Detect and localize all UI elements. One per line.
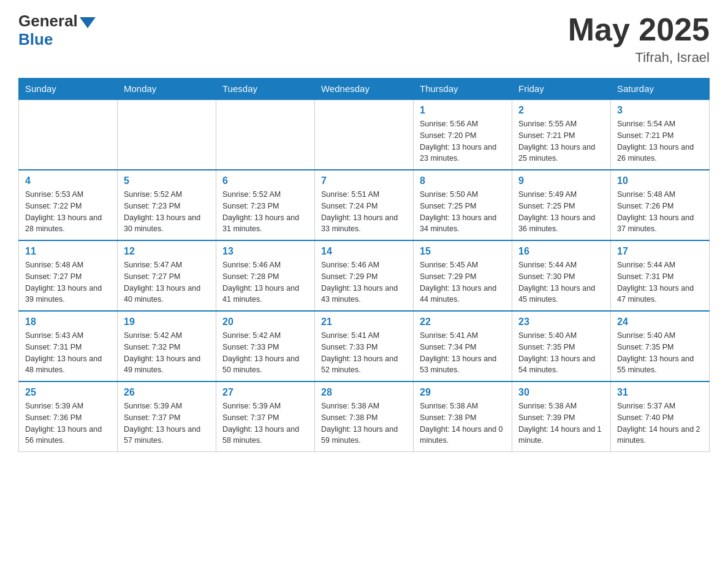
calendar-cell: 9Sunrise: 5:49 AM Sunset: 7:25 PM Daylig… bbox=[512, 170, 611, 240]
day-number: 28 bbox=[321, 387, 407, 398]
day-number: 10 bbox=[617, 175, 703, 186]
calendar-cell: 31Sunrise: 5:37 AM Sunset: 7:40 PM Dayli… bbox=[611, 381, 710, 452]
day-number: 1 bbox=[420, 105, 506, 116]
day-info: Sunrise: 5:52 AM Sunset: 7:23 PM Dayligh… bbox=[222, 189, 308, 235]
day-number: 31 bbox=[617, 387, 703, 398]
col-wednesday: Wednesday bbox=[315, 79, 414, 100]
day-info: Sunrise: 5:39 AM Sunset: 7:36 PM Dayligh… bbox=[25, 400, 111, 446]
col-monday: Monday bbox=[118, 79, 216, 100]
logo-general: General bbox=[18, 12, 78, 30]
day-number: 23 bbox=[518, 316, 604, 327]
day-number: 26 bbox=[124, 387, 210, 398]
day-number: 4 bbox=[25, 175, 111, 186]
calendar-cell bbox=[118, 99, 216, 170]
day-info: Sunrise: 5:39 AM Sunset: 7:37 PM Dayligh… bbox=[124, 400, 210, 446]
day-number: 22 bbox=[420, 316, 506, 327]
col-friday: Friday bbox=[512, 79, 611, 100]
day-info: Sunrise: 5:38 AM Sunset: 7:39 PM Dayligh… bbox=[518, 400, 604, 446]
calendar-cell: 11Sunrise: 5:48 AM Sunset: 7:27 PM Dayli… bbox=[19, 240, 118, 311]
calendar-cell: 23Sunrise: 5:40 AM Sunset: 7:35 PM Dayli… bbox=[512, 311, 611, 381]
calendar-cell: 15Sunrise: 5:45 AM Sunset: 7:29 PM Dayli… bbox=[414, 240, 512, 311]
calendar-cell: 1Sunrise: 5:56 AM Sunset: 7:20 PM Daylig… bbox=[414, 99, 512, 170]
calendar-cell: 14Sunrise: 5:46 AM Sunset: 7:29 PM Dayli… bbox=[315, 240, 414, 311]
day-info: Sunrise: 5:50 AM Sunset: 7:25 PM Dayligh… bbox=[420, 189, 506, 235]
day-number: 14 bbox=[321, 246, 407, 257]
day-info: Sunrise: 5:39 AM Sunset: 7:37 PM Dayligh… bbox=[222, 400, 308, 446]
page-header: General Blue May 2025 Tifrah, Israel bbox=[18, 12, 710, 66]
day-info: Sunrise: 5:53 AM Sunset: 7:22 PM Dayligh… bbox=[25, 189, 111, 235]
day-info: Sunrise: 5:42 AM Sunset: 7:33 PM Dayligh… bbox=[222, 330, 308, 376]
month-year-title: May 2025 bbox=[568, 12, 710, 47]
day-info: Sunrise: 5:55 AM Sunset: 7:21 PM Dayligh… bbox=[518, 118, 604, 164]
calendar-cell: 12Sunrise: 5:47 AM Sunset: 7:27 PM Dayli… bbox=[118, 240, 216, 311]
day-number: 27 bbox=[222, 387, 308, 398]
calendar-cell: 16Sunrise: 5:44 AM Sunset: 7:30 PM Dayli… bbox=[512, 240, 611, 311]
calendar-cell bbox=[216, 99, 315, 170]
week-row-4: 18Sunrise: 5:43 AM Sunset: 7:31 PM Dayli… bbox=[19, 311, 710, 381]
day-number: 13 bbox=[222, 246, 308, 257]
location-subtitle: Tifrah, Israel bbox=[568, 50, 710, 66]
calendar-cell: 27Sunrise: 5:39 AM Sunset: 7:37 PM Dayli… bbox=[216, 381, 315, 452]
calendar-cell: 2Sunrise: 5:55 AM Sunset: 7:21 PM Daylig… bbox=[512, 99, 611, 170]
day-number: 17 bbox=[617, 246, 703, 257]
day-number: 2 bbox=[518, 105, 604, 116]
week-row-3: 11Sunrise: 5:48 AM Sunset: 7:27 PM Dayli… bbox=[19, 240, 710, 311]
logo: General Blue bbox=[18, 12, 96, 49]
calendar-cell bbox=[315, 99, 414, 170]
day-number: 16 bbox=[518, 246, 604, 257]
calendar-table: Sunday Monday Tuesday Wednesday Thursday… bbox=[18, 78, 710, 452]
day-info: Sunrise: 5:46 AM Sunset: 7:29 PM Dayligh… bbox=[321, 259, 407, 305]
day-info: Sunrise: 5:52 AM Sunset: 7:23 PM Dayligh… bbox=[124, 189, 210, 235]
day-number: 7 bbox=[321, 175, 407, 186]
day-info: Sunrise: 5:41 AM Sunset: 7:33 PM Dayligh… bbox=[321, 330, 407, 376]
day-info: Sunrise: 5:51 AM Sunset: 7:24 PM Dayligh… bbox=[321, 189, 407, 235]
week-row-5: 25Sunrise: 5:39 AM Sunset: 7:36 PM Dayli… bbox=[19, 381, 710, 452]
calendar-cell: 28Sunrise: 5:38 AM Sunset: 7:38 PM Dayli… bbox=[315, 381, 414, 452]
day-number: 3 bbox=[617, 105, 703, 116]
day-number: 6 bbox=[222, 175, 308, 186]
calendar-cell: 8Sunrise: 5:50 AM Sunset: 7:25 PM Daylig… bbox=[414, 170, 512, 240]
day-number: 24 bbox=[617, 316, 703, 327]
day-info: Sunrise: 5:56 AM Sunset: 7:20 PM Dayligh… bbox=[420, 118, 506, 164]
calendar-cell: 3Sunrise: 5:54 AM Sunset: 7:21 PM Daylig… bbox=[611, 99, 710, 170]
calendar-cell: 30Sunrise: 5:38 AM Sunset: 7:39 PM Dayli… bbox=[512, 381, 611, 452]
day-info: Sunrise: 5:54 AM Sunset: 7:21 PM Dayligh… bbox=[617, 118, 703, 164]
calendar-cell: 18Sunrise: 5:43 AM Sunset: 7:31 PM Dayli… bbox=[19, 311, 118, 381]
logo-blue: Blue bbox=[18, 30, 53, 48]
calendar-cell: 29Sunrise: 5:38 AM Sunset: 7:38 PM Dayli… bbox=[414, 381, 512, 452]
day-number: 18 bbox=[25, 316, 111, 327]
calendar-cell: 17Sunrise: 5:44 AM Sunset: 7:31 PM Dayli… bbox=[611, 240, 710, 311]
day-number: 5 bbox=[124, 175, 210, 186]
day-info: Sunrise: 5:46 AM Sunset: 7:28 PM Dayligh… bbox=[222, 259, 308, 305]
calendar-cell: 21Sunrise: 5:41 AM Sunset: 7:33 PM Dayli… bbox=[315, 311, 414, 381]
col-sunday: Sunday bbox=[19, 79, 118, 100]
calendar-cell: 19Sunrise: 5:42 AM Sunset: 7:32 PM Dayli… bbox=[118, 311, 216, 381]
calendar-cell: 26Sunrise: 5:39 AM Sunset: 7:37 PM Dayli… bbox=[118, 381, 216, 452]
day-number: 20 bbox=[222, 316, 308, 327]
day-info: Sunrise: 5:42 AM Sunset: 7:32 PM Dayligh… bbox=[124, 330, 210, 376]
day-number: 21 bbox=[321, 316, 407, 327]
day-info: Sunrise: 5:44 AM Sunset: 7:30 PM Dayligh… bbox=[518, 259, 604, 305]
day-number: 15 bbox=[420, 246, 506, 257]
calendar-cell: 7Sunrise: 5:51 AM Sunset: 7:24 PM Daylig… bbox=[315, 170, 414, 240]
day-number: 19 bbox=[124, 316, 210, 327]
day-info: Sunrise: 5:40 AM Sunset: 7:35 PM Dayligh… bbox=[617, 330, 703, 376]
calendar-cell bbox=[19, 99, 118, 170]
day-info: Sunrise: 5:40 AM Sunset: 7:35 PM Dayligh… bbox=[518, 330, 604, 376]
calendar-header-row: Sunday Monday Tuesday Wednesday Thursday… bbox=[19, 79, 710, 100]
calendar-cell: 6Sunrise: 5:52 AM Sunset: 7:23 PM Daylig… bbox=[216, 170, 315, 240]
day-info: Sunrise: 5:44 AM Sunset: 7:31 PM Dayligh… bbox=[617, 259, 703, 305]
day-info: Sunrise: 5:48 AM Sunset: 7:26 PM Dayligh… bbox=[617, 189, 703, 235]
calendar-cell: 20Sunrise: 5:42 AM Sunset: 7:33 PM Dayli… bbox=[216, 311, 315, 381]
calendar-cell: 13Sunrise: 5:46 AM Sunset: 7:28 PM Dayli… bbox=[216, 240, 315, 311]
day-number: 12 bbox=[124, 246, 210, 257]
day-number: 29 bbox=[420, 387, 506, 398]
day-number: 25 bbox=[25, 387, 111, 398]
day-number: 30 bbox=[518, 387, 604, 398]
day-number: 11 bbox=[25, 246, 111, 257]
week-row-1: 1Sunrise: 5:56 AM Sunset: 7:20 PM Daylig… bbox=[19, 99, 710, 170]
col-saturday: Saturday bbox=[611, 79, 710, 100]
calendar-cell: 5Sunrise: 5:52 AM Sunset: 7:23 PM Daylig… bbox=[118, 170, 216, 240]
day-info: Sunrise: 5:47 AM Sunset: 7:27 PM Dayligh… bbox=[124, 259, 210, 305]
day-info: Sunrise: 5:43 AM Sunset: 7:31 PM Dayligh… bbox=[25, 330, 111, 376]
